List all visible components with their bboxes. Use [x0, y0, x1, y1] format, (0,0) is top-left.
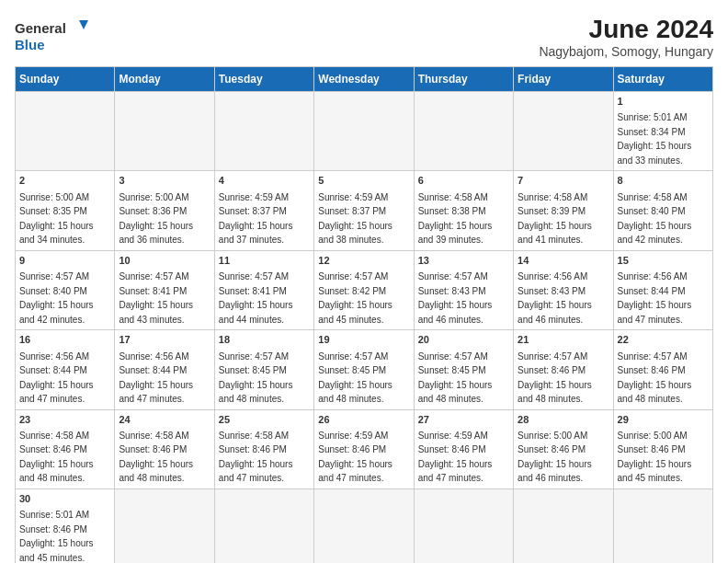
day-22: 22 Sunrise: 4:57 AMSunset: 8:46 PMDaylig… [613, 330, 712, 409]
svg-text:General: General [15, 20, 66, 36]
empty-cell [16, 92, 115, 171]
day-20: 20 Sunrise: 4:57 AMSunset: 8:45 PMDaylig… [414, 330, 513, 409]
empty-cell [613, 488, 712, 563]
empty-cell [314, 92, 414, 171]
day-24: 24 Sunrise: 4:58 AMSunset: 8:46 PMDaylig… [115, 409, 214, 488]
day-15: 15 Sunrise: 4:56 AMSunset: 8:44 PMDaylig… [613, 250, 712, 329]
svg-text:Blue: Blue [15, 37, 45, 52]
week-row-6: 30 Sunrise: 5:01 AMSunset: 8:46 PMDaylig… [16, 488, 713, 563]
day-28: 28 Sunrise: 5:00 AMSunset: 8:46 PMDaylig… [514, 409, 613, 488]
empty-cell [514, 488, 613, 563]
day-8: 8 Sunrise: 4:58 AMSunset: 8:40 PMDayligh… [613, 171, 712, 250]
day-11: 11 Sunrise: 4:57 AMSunset: 8:41 PMDaylig… [214, 250, 313, 329]
day-27: 27 Sunrise: 4:59 AMSunset: 8:46 PMDaylig… [414, 409, 513, 488]
empty-cell [314, 488, 414, 563]
day-16: 16 Sunrise: 4:56 AMSunset: 8:44 PMDaylig… [16, 330, 115, 409]
empty-cell [214, 488, 313, 563]
day-21: 21 Sunrise: 4:57 AMSunset: 8:46 PMDaylig… [514, 330, 613, 409]
day-13: 13 Sunrise: 4:57 AMSunset: 8:43 PMDaylig… [414, 250, 513, 329]
empty-cell [414, 488, 513, 563]
day-17: 17 Sunrise: 4:56 AMSunset: 8:44 PMDaylig… [115, 330, 214, 409]
day-14: 14 Sunrise: 4:56 AMSunset: 8:43 PMDaylig… [514, 250, 613, 329]
header-friday: Friday [514, 67, 613, 92]
weekday-header-row: Sunday Monday Tuesday Wednesday Thursday… [16, 67, 713, 92]
week-row-3: 9 Sunrise: 4:57 AMSunset: 8:40 PMDayligh… [16, 250, 713, 329]
header-saturday: Saturday [613, 67, 712, 92]
empty-cell [414, 92, 513, 171]
week-row-2: 2 Sunrise: 5:00 AMSunset: 8:35 PMDayligh… [16, 171, 713, 250]
day-26: 26 Sunrise: 4:59 AMSunset: 8:46 PMDaylig… [314, 409, 414, 488]
header-thursday: Thursday [414, 67, 513, 92]
day-30: 30 Sunrise: 5:01 AMSunset: 8:46 PMDaylig… [16, 488, 115, 563]
day-10: 10 Sunrise: 4:57 AMSunset: 8:41 PMDaylig… [115, 250, 214, 329]
month-title: June 2024 [539, 15, 713, 44]
week-row-1: 1 Sunrise: 5:01 AMSunset: 8:34 PMDayligh… [16, 92, 713, 171]
empty-cell [214, 92, 313, 171]
logo: General Blue [15, 15, 88, 55]
day-18: 18 Sunrise: 4:57 AMSunset: 8:45 PMDaylig… [214, 330, 313, 409]
day-12: 12 Sunrise: 4:57 AMSunset: 8:42 PMDaylig… [314, 250, 414, 329]
week-row-4: 16 Sunrise: 4:56 AMSunset: 8:44 PMDaylig… [16, 330, 713, 409]
day-4: 4 Sunrise: 4:59 AMSunset: 8:37 PMDayligh… [214, 171, 313, 250]
day-7: 7 Sunrise: 4:58 AMSunset: 8:39 PMDayligh… [514, 171, 613, 250]
title-area: June 2024 Nagybajom, Somogy, Hungary [539, 15, 713, 59]
svg-marker-2 [79, 20, 88, 29]
location-title: Nagybajom, Somogy, Hungary [539, 44, 713, 59]
week-row-5: 23 Sunrise: 4:58 AMSunset: 8:46 PMDaylig… [16, 409, 713, 488]
day-25: 25 Sunrise: 4:58 AMSunset: 8:46 PMDaylig… [214, 409, 313, 488]
logo-svg: General Blue [15, 15, 88, 55]
calendar: Sunday Monday Tuesday Wednesday Thursday… [15, 66, 713, 563]
day-29: 29 Sunrise: 5:00 AMSunset: 8:46 PMDaylig… [613, 409, 712, 488]
day-1: 1 Sunrise: 5:01 AMSunset: 8:34 PMDayligh… [613, 92, 712, 171]
header-tuesday: Tuesday [214, 67, 313, 92]
header-sunday: Sunday [16, 67, 115, 92]
empty-cell [115, 92, 214, 171]
day-5: 5 Sunrise: 4:59 AMSunset: 8:37 PMDayligh… [314, 171, 414, 250]
day-3: 3 Sunrise: 5:00 AMSunset: 8:36 PMDayligh… [115, 171, 214, 250]
header-wednesday: Wednesday [314, 67, 414, 92]
day-23: 23 Sunrise: 4:58 AMSunset: 8:46 PMDaylig… [16, 409, 115, 488]
header-monday: Monday [115, 67, 214, 92]
header-area: General Blue June 2024 Nagybajom, Somogy… [15, 15, 713, 59]
empty-cell [514, 92, 613, 171]
day-19: 19 Sunrise: 4:57 AMSunset: 8:45 PMDaylig… [314, 330, 414, 409]
empty-cell [115, 488, 214, 563]
day-2: 2 Sunrise: 5:00 AMSunset: 8:35 PMDayligh… [16, 171, 115, 250]
day-9: 9 Sunrise: 4:57 AMSunset: 8:40 PMDayligh… [16, 250, 115, 329]
day-6: 6 Sunrise: 4:58 AMSunset: 8:38 PMDayligh… [414, 171, 513, 250]
